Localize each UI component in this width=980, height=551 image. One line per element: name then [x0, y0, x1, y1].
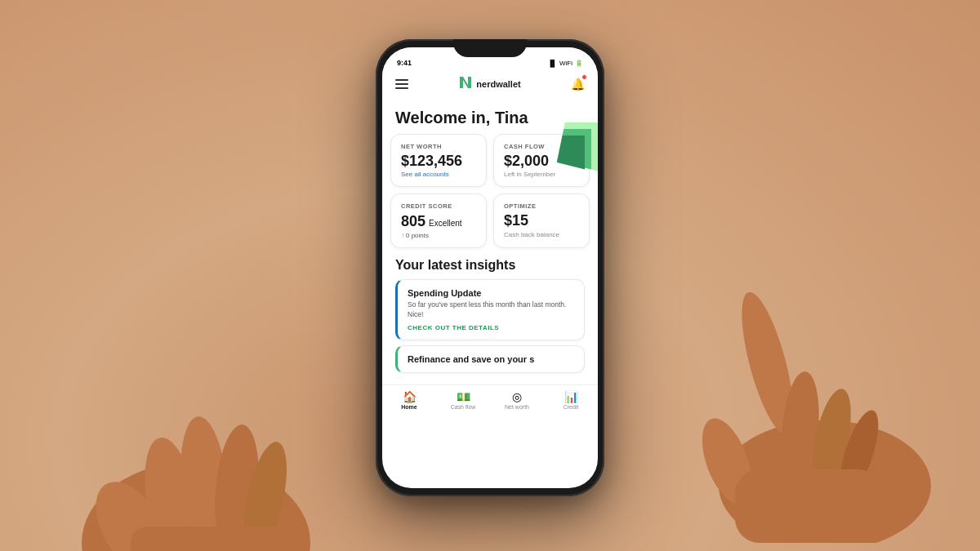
battery-icon: 🔋 [575, 60, 583, 67]
signal-icon: ▐▌ [548, 60, 557, 67]
nav-cash-flow-label: Cash flow [451, 404, 476, 410]
content-wrapper: Welcome in, Tina NET WORTH $123,456 See … [382, 100, 598, 385]
phone-device: 9:41 ▐▌ WiFi 🔋 [376, 39, 604, 496]
net-worth-nav-icon: ◎ [512, 390, 522, 403]
logo-text: nerdwallet [476, 79, 520, 89]
hamburger-menu[interactable] [395, 79, 408, 89]
nav-home[interactable]: 🏠 Home [382, 390, 436, 410]
optimize-label: OPTIMIZE [504, 202, 579, 210]
welcome-title: Welcome in, Tina [395, 108, 585, 127]
credit-score-value: 805 [401, 213, 425, 230]
arrow-up-icon: ↑ [401, 232, 404, 239]
phone-notch [453, 39, 527, 57]
notification-bell[interactable]: 🔔 [571, 77, 585, 91]
insights-section: Your latest insights Spending Update So … [382, 255, 598, 384]
insight-1-cta[interactable]: CHECK OUT THE DETAILS [408, 324, 574, 331]
scene: 9:41 ▐▌ WiFi 🔋 [0, 0, 980, 551]
nav-net-worth-label: Net worth [505, 404, 529, 410]
net-worth-label: NET WORTH [401, 143, 476, 150]
nav-credit-label: Credit [564, 404, 579, 410]
hamburger-line-1 [395, 79, 408, 81]
credit-score-card[interactable]: CREDIT SCORE 805 Excellent ↑ 0 points [390, 193, 487, 248]
svg-rect-14 [735, 469, 882, 543]
app-header: nerdwallet 🔔 [382, 70, 598, 100]
status-icons: ▐▌ WiFi 🔋 [548, 60, 583, 67]
logo-n [458, 75, 473, 93]
credit-score-label: CREDIT SCORE [401, 202, 476, 210]
credit-score-row: 805 Excellent [401, 213, 476, 230]
svg-marker-7 [460, 77, 471, 88]
wifi-icon: WiFi [559, 60, 572, 67]
left-hand [65, 314, 376, 551]
credit-points: 0 points [406, 232, 429, 239]
insight-1-title: Spending Update [408, 288, 574, 298]
hamburger-line-3 [395, 87, 408, 89]
insight-card-1[interactable]: Spending Update So far you've spent less… [395, 279, 585, 340]
nav-net-worth[interactable]: ◎ Net worth [490, 390, 544, 410]
credit-icon: 📊 [564, 390, 578, 403]
status-time: 9:41 [397, 59, 412, 67]
scroll-content: Welcome in, Tina NET WORTH $123,456 See … [382, 100, 598, 488]
optimize-value: $15 [504, 213, 579, 229]
svg-rect-6 [131, 527, 294, 551]
nav-home-label: Home [401, 404, 416, 410]
phone-screen: 9:41 ▐▌ WiFi 🔋 [382, 47, 598, 488]
welcome-section: Welcome in, Tina [382, 100, 598, 134]
insight-2-title: Refinance and save on your s [408, 354, 574, 364]
bottom-nav: 🏠 Home 💵 Cash flow ◎ Net worth 📊 Credit [382, 384, 598, 413]
right-hand [629, 282, 939, 543]
nav-credit[interactable]: 📊 Credit [544, 390, 598, 410]
insight-1-body: So far you've spent less this month than… [408, 300, 574, 320]
nav-cash-flow[interactable]: 💵 Cash flow [436, 390, 490, 410]
optimize-sub: Cash back balance [504, 231, 579, 238]
credit-change: ↑ 0 points [401, 232, 476, 239]
see-all-accounts-link[interactable]: See all accounts [401, 171, 476, 178]
nerdwallet-logo: nerdwallet [458, 75, 520, 93]
net-worth-value: $123,456 [401, 153, 476, 170]
insight-card-2[interactable]: Refinance and save on your s [395, 345, 585, 373]
home-icon: 🏠 [403, 390, 416, 403]
notification-badge [581, 74, 587, 80]
cash-flow-icon: 💵 [457, 390, 470, 403]
insights-title: Your latest insights [395, 258, 585, 273]
shape-3 [557, 136, 585, 170]
net-worth-card[interactable]: NET WORTH $123,456 See all accounts [390, 134, 487, 188]
optimize-card[interactable]: OPTIMIZE $15 Cash back balance [493, 193, 590, 248]
credit-score-qualifier: Excellent [429, 219, 462, 228]
hamburger-line-2 [395, 83, 408, 85]
